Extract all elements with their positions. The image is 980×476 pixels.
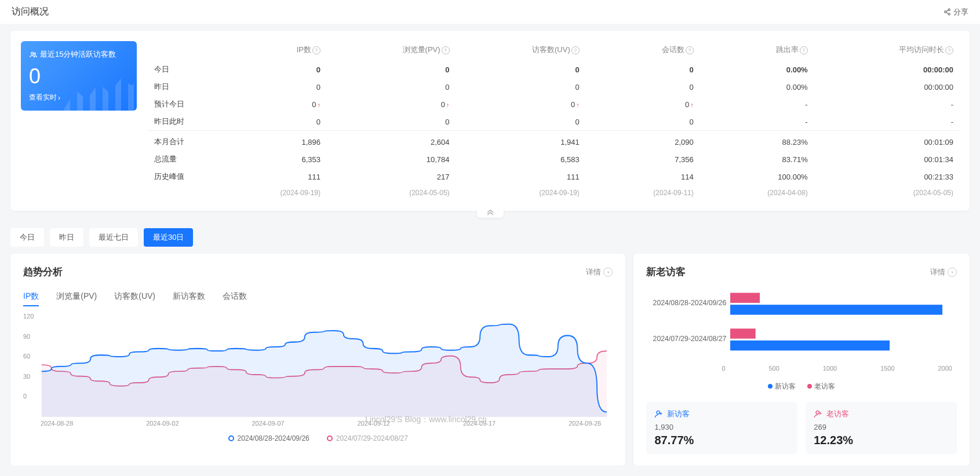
tab-last7[interactable]: 最近七日 [89, 228, 138, 247]
overview-table: IP数? 浏览量(PV)? 访客数(UV)? 会话数? 跳出率? 平均访问时长?… [148, 41, 959, 200]
info-icon[interactable]: ? [800, 46, 808, 54]
legend-dot-icon [228, 435, 234, 441]
table-row: 昨日此时0000-- [148, 113, 959, 131]
chevron-right-icon: › [603, 268, 613, 277]
table-row: 昨日00000.00%00:00:00 [148, 78, 959, 96]
legend-dot-icon [327, 435, 333, 441]
visitors-title: 新老访客 [646, 265, 686, 279]
view-realtime-link[interactable]: 查看实时 › [29, 93, 129, 102]
svg-line-3 [946, 10, 949, 12]
svg-point-6 [34, 53, 35, 54]
svg-point-1 [945, 11, 946, 13]
table-row: (2024-09-19)(2024-05-05)(2024-09-19)(202… [148, 185, 959, 200]
share-label: 分享 [953, 7, 968, 17]
active-visitors-label: 最近15分钟活跃访客数 [29, 49, 129, 60]
svg-point-13 [657, 411, 660, 414]
collapse-button[interactable] [477, 207, 504, 218]
info-icon[interactable]: ? [442, 46, 450, 54]
subtab-ip[interactable]: IP数 [23, 288, 39, 306]
share-button[interactable]: 分享 [943, 7, 968, 17]
trend-detail-link[interactable]: 详情› [586, 267, 613, 277]
svg-point-2 [948, 13, 950, 15]
user-returning-icon [814, 409, 823, 419]
svg-text:2024/08/28-2024/09/26: 2024/08/28-2024/09/26 [653, 299, 727, 307]
chevron-up-double-icon [487, 210, 494, 215]
date-range-tabs: 今日 昨日 最近七日 最近30日 [0, 228, 980, 247]
trend-title: 趋势分析 [23, 265, 63, 279]
trend-panel: 趋势分析 详情› IP数 浏览量(PV) 访客数(UV) 新访客数 会话数 12… [10, 254, 625, 466]
table-row: 总流量6,35310,7846,5837,35683.71%00:01:34 [148, 151, 959, 168]
overview-card: 最近15分钟活跃访客数 0 查看实时 › IP数? 浏览量(PV)? 访客数(U… [10, 31, 970, 211]
trend-up-icon: ↑ [576, 101, 580, 108]
page-title: 访问概况 [12, 6, 49, 18]
svg-rect-11 [731, 328, 756, 338]
svg-rect-8 [731, 293, 760, 303]
legend-dot-icon [807, 384, 812, 389]
table-row: 历史峰值111217111114100.00%00:21:33 [148, 168, 959, 185]
returning-visitors-box: 老访客 269 12.23% [806, 402, 957, 454]
share-icon [943, 8, 951, 16]
new-visitors-box: 新访客 1,930 87.77% [646, 402, 797, 454]
subtab-pv[interactable]: 浏览量(PV) [56, 288, 97, 306]
visitors-legend: 新访客 老访客 [646, 382, 957, 391]
subtab-new[interactable]: 新访客数 [173, 288, 205, 306]
user-new-icon [654, 409, 664, 419]
subtab-sessions[interactable]: 会话数 [223, 288, 247, 306]
active-visitors-box: 最近15分钟活跃访客数 0 查看实时 › [21, 41, 137, 111]
trend-up-icon: ↑ [690, 101, 694, 108]
svg-point-14 [816, 411, 819, 414]
info-icon[interactable]: ? [686, 46, 694, 54]
svg-text:2024/07/29-2024/08/27: 2024/07/29-2024/08/27 [653, 335, 727, 343]
active-visitors-value: 0 [29, 64, 129, 89]
info-icon[interactable]: ? [312, 46, 320, 54]
chevron-right-icon: › [58, 94, 60, 102]
trend-subtabs: IP数 浏览量(PV) 访客数(UV) 新访客数 会话数 [23, 288, 613, 307]
info-icon[interactable]: ? [945, 46, 953, 54]
table-row: 今日00000.00%00:00:00 [148, 61, 959, 78]
tab-last30[interactable]: 最近30日 [144, 228, 193, 247]
tab-today[interactable]: 今日 [10, 228, 44, 247]
chevron-right-icon: › [948, 268, 957, 277]
trend-up-icon: ↑ [317, 101, 320, 108]
users-icon [29, 50, 38, 59]
visitors-panel: 新老访客 详情› 2024/08/28-2024/09/262024/07/29… [633, 254, 970, 466]
trend-chart: 120 90 60 30 0 2024-08-28 2024-09-02 202… [23, 313, 613, 429]
tab-yesterday[interactable]: 昨日 [50, 228, 83, 247]
subtab-uv[interactable]: 访客数(UV) [114, 288, 155, 306]
visitors-chart: 2024/08/28-2024/09/262024/07/29-2024/08/… [646, 288, 957, 375]
trend-legend: 2024/08/28-2024/09/26 2024/07/29-2024/08… [23, 434, 613, 442]
table-row: 预计今日0↑0↑0↑0↑-- [148, 96, 959, 113]
legend-dot-icon [768, 384, 773, 389]
svg-point-5 [31, 52, 34, 54]
svg-point-0 [948, 9, 950, 10]
svg-rect-12 [731, 340, 890, 350]
trend-up-icon: ↑ [446, 101, 450, 108]
visitors-detail-link[interactable]: 详情› [930, 267, 957, 277]
svg-rect-9 [731, 305, 943, 314]
table-row: 本月合计1,8962,6041,9412,09088.23%00:01:09 [148, 131, 959, 151]
info-icon[interactable]: ? [571, 46, 580, 54]
svg-line-4 [946, 12, 949, 13]
